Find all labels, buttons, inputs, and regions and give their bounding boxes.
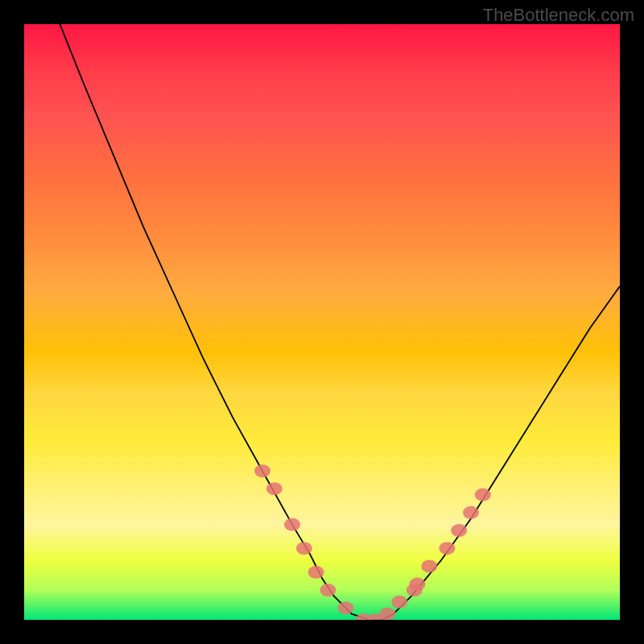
curve-markers — [254, 464, 491, 620]
watermark-text: TheBottleneck.com — [483, 5, 634, 26]
data-marker — [296, 542, 312, 555]
data-marker — [439, 542, 455, 555]
chart-container: TheBottleneck.com — [0, 0, 644, 644]
data-marker — [284, 518, 300, 531]
data-marker — [266, 482, 283, 495]
data-marker — [475, 489, 491, 502]
curve-svg — [24, 24, 620, 620]
data-marker — [320, 584, 336, 597]
data-marker — [379, 608, 395, 620]
data-marker — [463, 506, 479, 519]
data-marker — [338, 601, 354, 614]
data-marker — [254, 464, 270, 477]
data-marker — [391, 596, 407, 609]
data-marker — [421, 559, 437, 572]
curve-path — [60, 24, 620, 620]
curve-line — [60, 24, 620, 620]
plot-area — [24, 24, 620, 620]
data-marker — [409, 578, 425, 591]
data-marker — [308, 566, 324, 579]
data-marker — [451, 524, 467, 537]
